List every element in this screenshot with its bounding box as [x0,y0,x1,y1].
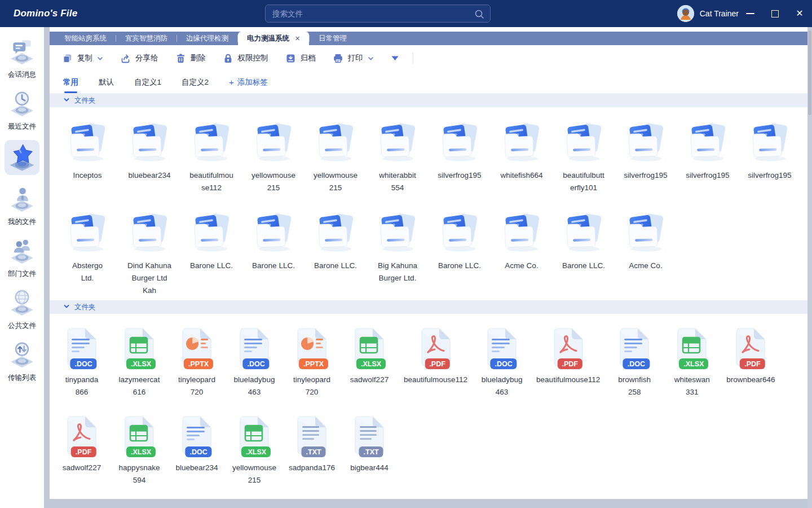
chevron-down-icon [97,55,103,62]
folder-item[interactable]: AbstergoLtd. [56,210,118,284]
folder-item[interactable]: Acme Co. [491,210,553,272]
file-icon: .PDF [733,326,768,369]
more-actions-button[interactable] [391,55,399,62]
file-item[interactable]: .XLSXsadwolf227 [344,326,395,386]
search-box[interactable] [265,5,491,23]
folder-item[interactable]: Inceptos [56,120,118,182]
share-button[interactable]: 分享给 [120,53,158,64]
close-button[interactable]: ✕ [787,0,812,27]
maximize-button[interactable] [762,0,787,27]
file-item[interactable]: .XLSXwhiteswan331 [667,326,717,398]
tab-label: 智能站房系统 [64,34,107,43]
item-name: brownbear646 [726,374,775,386]
folder-item[interactable]: bluebear234 [118,120,180,182]
folder-icon [437,120,482,165]
item-name: tinyleopard720 [293,374,330,398]
user-block[interactable]: Cat Trainer [677,0,739,27]
folder-item[interactable]: Barone LLC. [429,210,491,272]
folder-item[interactable]: silverfrog195 [615,120,677,182]
file-icon: .PPTX [294,326,329,369]
filter-tab[interactable]: 自定义2 [182,71,209,93]
file-item[interactable]: .PDFbeautifulmouse112 [534,326,602,386]
item-name: happysnake594 [119,462,160,487]
scrollbar-thumb[interactable] [808,30,811,115]
folder-item[interactable]: Dind KahunaBurger LtdKah [118,210,180,297]
document-tab[interactable]: 电力测温系统✕ [238,32,309,45]
globe-icon [6,287,38,319]
document-tab[interactable]: 智能站房系统 [55,32,116,45]
folder-item[interactable]: whitefish664 [491,120,553,182]
sidebar-item-public-files[interactable]: 公共文件 [2,284,42,336]
item-name: silverfrog195 [438,169,481,182]
item-name: Barone LLC. [314,260,357,272]
document-tab[interactable]: 边缘代理检测 [177,32,237,45]
folder-item[interactable]: yellowmouse215 [242,120,304,194]
chevron-down-icon [63,303,70,312]
folder-icon [313,120,358,165]
perms-button[interactable]: 权限控制 [223,53,268,64]
document-tab[interactable]: 日常管理 [310,32,356,45]
titlebar: Domino's File Cat Trainer ✕ [0,0,812,27]
vertical-scrollbar[interactable] [807,27,812,508]
folder-icon [127,120,172,165]
file-item[interactable]: .PPTXtinyleopard720 [286,326,337,398]
file-item[interactable]: .DOCblueladybug463 [229,326,280,398]
sidebar-item-my-files[interactable]: 我的文件 [2,180,42,232]
file-item[interactable]: .DOCbrownfish258 [609,326,660,398]
folder-item[interactable]: yellowmouse215 [304,120,367,194]
copy-button[interactable]: 复制 [62,53,103,64]
item-name: Inceptos [73,169,102,182]
document-tab[interactable]: 宜宾智慧消防 [116,32,176,45]
file-icon: .PDF [64,414,99,457]
file-item[interactable]: .DOCbluebear234 [171,414,222,474]
file-ext-badge: .TXT [359,446,383,457]
folder-item[interactable]: silverfrog195 [429,120,491,182]
file-item[interactable]: .XLSXyellowmouse215 [229,414,280,487]
folder-item[interactable]: silverfrog195 [739,120,801,182]
sidebar-item-transfer-list[interactable]: 传输列表 [2,336,42,388]
folder-item[interactable]: Barone LLC. [242,210,304,272]
folder-item[interactable]: beautifulmouse112 [180,120,242,194]
sidebar-item-favorites[interactable] [2,137,42,180]
folder-item[interactable]: Barone LLC. [553,210,615,272]
folder-item[interactable]: beautifulbutterfly101 [553,120,615,194]
file-item[interactable]: .PDFsadwolf227 [56,414,107,474]
delete-button[interactable]: 删除 [175,53,206,64]
file-item[interactable]: .DOCtinypanda866 [56,326,107,398]
file-item[interactable]: .TXTbigbear444 [344,414,395,474]
item-name: sadwolf227 [350,374,389,386]
sidebar-item-messages[interactable]: 会话消息 [2,33,42,85]
file-item[interactable]: .PDFbrownbear646 [724,326,777,386]
folder-item[interactable]: Barone LLC. [304,210,367,272]
folder-item[interactable]: Barone LLC. [180,210,242,272]
print-button[interactable]: 打印 [333,53,374,64]
file-item[interactable]: .DOCblueladybug463 [476,326,527,398]
filter-tab[interactable]: 自定义1 [134,71,161,93]
file-ext-badge: .PDF [740,358,765,369]
filter-tab[interactable]: 常用 [63,71,78,93]
file-item[interactable]: .XLSXhappysnake594 [114,414,165,487]
folder-item[interactable]: whiterabbit554 [367,120,429,194]
sidebar-item-recent-files[interactable]: 最近文件 [2,85,42,137]
folder-item[interactable]: Big KahunaBurger Ltd. [367,210,429,284]
file-item[interactable]: .XLSXlazymeercat616 [114,326,165,398]
section-header[interactable]: 文件夹 [50,94,807,107]
search-input[interactable] [272,10,471,18]
folder-item[interactable]: Acme Co. [615,210,677,272]
toolbar-button-label: 打印 [348,53,363,63]
add-tag-button[interactable]: +添加标签 [229,77,268,87]
item-name: Dind KahunaBurger LtdKah [127,260,171,297]
chat-icon [6,36,38,68]
folder-item[interactable]: silverfrog195 [677,120,739,182]
item-name: sadpanda176 [289,462,335,474]
archive-button[interactable]: 归档 [285,53,316,64]
star-icon [5,140,39,175]
section-header[interactable]: 文件夹 [50,300,807,314]
file-item[interactable]: .TXTsadpanda176 [286,414,337,474]
filter-tab[interactable]: 默认 [99,71,114,93]
minimize-button[interactable] [738,0,762,27]
tab-close-icon[interactable]: ✕ [295,35,300,42]
file-item[interactable]: .PDFbeautifulmouse112 [401,326,470,386]
file-item[interactable]: .PPTXtinyleopard720 [171,326,222,398]
sidebar-item-dept-files[interactable]: 部门文件 [2,232,42,284]
